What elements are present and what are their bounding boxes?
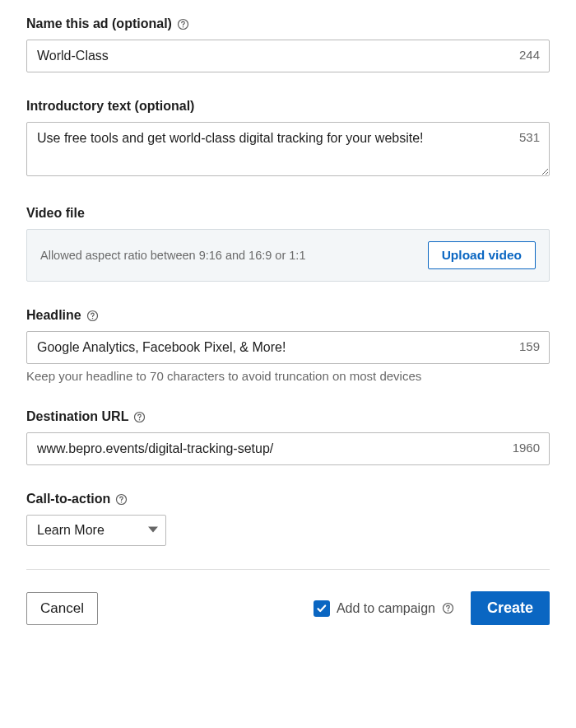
headline-label-row: Headline: [26, 308, 550, 323]
destination-url-label: Destination URL: [26, 409, 128, 424]
video-file-label-row: Video file: [26, 206, 550, 221]
add-to-campaign-label: Add to campaign: [337, 601, 435, 616]
destination-url-field: Destination URL 1960: [26, 409, 550, 465]
ad-name-label: Name this ad (optional): [26, 16, 172, 31]
video-hint: Allowed aspect ratio between 9:16 and 16…: [40, 249, 305, 262]
svg-point-9: [448, 610, 449, 612]
headline-counter: 159: [519, 339, 540, 353]
help-icon[interactable]: [442, 602, 454, 614]
video-file-label: Video file: [26, 206, 85, 221]
cta-label: Call-to-action: [26, 492, 110, 506]
help-icon[interactable]: [177, 18, 189, 30]
upload-video-button[interactable]: Upload video: [428, 241, 536, 269]
destination-url-counter: 1960: [513, 441, 540, 455]
create-button[interactable]: Create: [471, 591, 550, 625]
cta-field: Call-to-action Learn More: [26, 492, 550, 546]
headline-input-wrap: 159: [26, 331, 550, 364]
intro-text-label-row: Introductory text (optional): [26, 99, 550, 114]
intro-text-textarea[interactable]: [26, 122, 550, 176]
intro-text-label: Introductory text (optional): [26, 99, 194, 114]
ad-name-field: Name this ad (optional) 244: [26, 16, 550, 72]
intro-text-counter: 531: [519, 130, 540, 144]
headline-helper: Keep your headline to 70 characters to a…: [26, 369, 550, 383]
destination-url-input-wrap: 1960: [26, 432, 550, 465]
destination-url-label-row: Destination URL: [26, 409, 550, 424]
cta-label-row: Call-to-action: [26, 492, 550, 506]
svg-point-7: [121, 501, 123, 502]
checkbox-checked-icon: [314, 600, 330, 617]
help-icon[interactable]: [86, 310, 99, 322]
footer: Cancel Add to campaign Create: [26, 591, 550, 625]
headline-field: Headline 159 Keep your headline to 70 ch…: [26, 308, 550, 383]
ad-name-input[interactable]: [26, 40, 550, 72]
help-icon[interactable]: [115, 493, 128, 506]
ad-name-label-row: Name this ad (optional): [26, 16, 550, 31]
svg-point-1: [183, 26, 184, 27]
footer-right: Add to campaign Create: [314, 591, 550, 625]
intro-text-input-wrap: 531: [26, 122, 550, 180]
cta-select-wrap: Learn More: [26, 515, 166, 546]
destination-url-input[interactable]: [26, 432, 550, 465]
headline-input[interactable]: [26, 331, 550, 364]
help-icon[interactable]: [133, 411, 146, 423]
video-upload-box: Allowed aspect ratio between 9:16 and 16…: [26, 229, 550, 282]
intro-text-field: Introductory text (optional) 531: [26, 99, 550, 180]
divider: [26, 569, 550, 570]
ad-name-counter: 244: [519, 48, 540, 62]
ad-name-input-wrap: 244: [26, 40, 550, 72]
headline-label: Headline: [26, 308, 81, 323]
add-to-campaign-checkbox[interactable]: Add to campaign: [314, 600, 454, 617]
cta-select[interactable]: Learn More: [26, 515, 166, 546]
video-file-field: Video file Allowed aspect ratio between …: [26, 206, 550, 282]
svg-point-5: [139, 418, 141, 420]
cancel-button[interactable]: Cancel: [26, 592, 98, 625]
svg-point-3: [91, 317, 93, 319]
